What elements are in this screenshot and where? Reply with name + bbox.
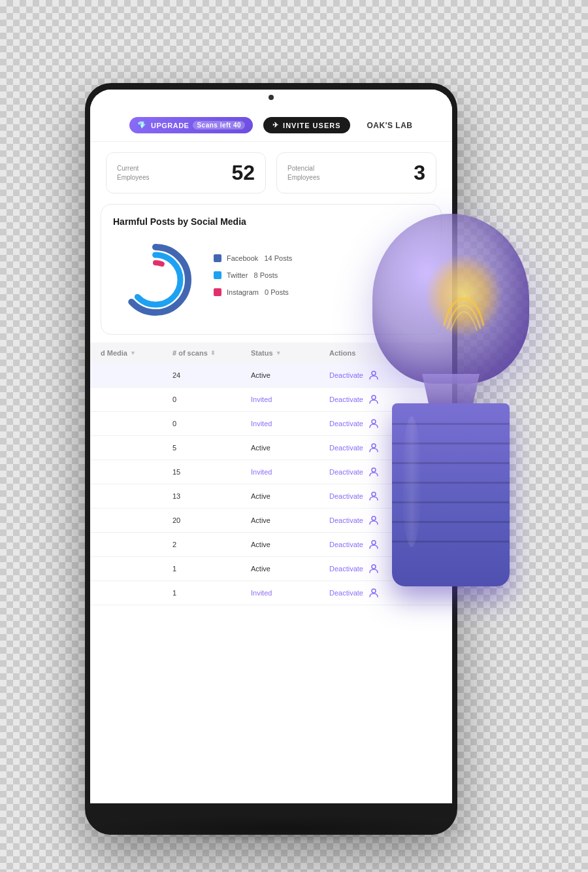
chart-body: Facebook 14 Posts Twitter 8 Posts Instag… [113, 237, 429, 322]
diamond-icon: 💎 [137, 121, 147, 129]
table-row: 24 Active Deactivate [90, 363, 452, 388]
tablet-shadow [78, 815, 483, 841]
deactivate-button-2[interactable]: Deactivate [329, 420, 363, 428]
chart-section: Harmful Posts by Social Media [101, 204, 442, 335]
header-actions: Actions [329, 349, 414, 357]
cell-scans-1: 0 [172, 395, 251, 403]
header-social-media: d Media ▼ [101, 349, 172, 357]
deactivate-button-3[interactable]: Deactivate [329, 444, 363, 452]
cell-scans-0: 24 [172, 371, 251, 379]
deactivate-button-5[interactable]: Deactivate [329, 492, 363, 500]
deactivate-button-1[interactable]: Deactivate [329, 395, 363, 403]
legend-facebook: Facebook 14 Posts [214, 254, 429, 262]
svg-point-5 [372, 420, 376, 424]
svg-point-3 [372, 371, 376, 375]
scene: 💎 UPGRADE Scans left 40 ✈ INVITE USERS O… [65, 44, 523, 828]
current-employees-label: CurrentEmployees [117, 164, 149, 182]
camera-dot [269, 95, 274, 100]
user-icon-8 [368, 563, 379, 574]
twitter-label: Twitter 8 Posts [227, 271, 278, 279]
invite-users-button[interactable]: ✈ INVITE USERS [263, 117, 350, 133]
deactivate-button-4[interactable]: Deactivate [329, 468, 363, 476]
table-row: 20 Active Deactivate [90, 509, 452, 533]
cell-scans-8: 1 [172, 565, 251, 573]
cell-scans-5: 13 [172, 492, 251, 500]
deactivate-button-7[interactable]: Deactivate [329, 541, 363, 548]
chart-legend: Facebook 14 Posts Twitter 8 Posts Instag… [214, 254, 429, 305]
cell-actions-5: Deactivate [329, 491, 414, 501]
donut-svg [113, 237, 198, 322]
cell-status-7: Active [251, 541, 329, 548]
user-icon-0 [368, 370, 379, 380]
cell-actions-3: Deactivate [329, 443, 414, 453]
svg-point-9 [372, 516, 376, 520]
tablet-screen: 💎 UPGRADE Scans left 40 ✈ INVITE USERS O… [90, 90, 452, 828]
user-icon-6 [368, 515, 379, 526]
stats-row: CurrentEmployees 52 PotencialEmployees 3 [90, 142, 452, 204]
user-icon-5 [368, 491, 379, 501]
cell-scans-2: 0 [172, 420, 251, 428]
cell-actions-6: Deactivate [329, 515, 414, 526]
table-row: 15 Invited Deactivate [90, 460, 452, 484]
scans-badge: Scans left 40 [193, 121, 245, 129]
cell-actions-7: Deactivate [329, 539, 414, 550]
facebook-label: Facebook 14 Posts [227, 254, 292, 262]
instagram-dot [214, 288, 221, 296]
legend-twitter: Twitter 8 Posts [214, 271, 429, 279]
instagram-label: Instagram 0 Posts [227, 288, 289, 296]
twitter-dot [214, 271, 221, 279]
table-section: d Media ▼ # of scans ⬍ Status ▼ Action [90, 343, 452, 803]
deactivate-button-9[interactable]: Deactivate [329, 589, 363, 597]
svg-point-4 [372, 395, 376, 399]
user-icon-4 [368, 467, 379, 477]
table-row: 5 Active Deactivate [90, 436, 452, 460]
user-icon-7 [368, 539, 379, 550]
deactivate-button-8[interactable]: Deactivate [329, 565, 363, 573]
cell-status-6: Active [251, 516, 329, 524]
cell-actions-1: Deactivate [329, 394, 414, 405]
cell-status-5: Active [251, 492, 329, 500]
table-header: d Media ▼ # of scans ⬍ Status ▼ Action [90, 343, 452, 363]
cell-actions-4: Deactivate [329, 467, 414, 477]
cell-status-4: Invited [251, 468, 329, 476]
table-body: 24 Active Deactivate 0 Invited Deactivat… [90, 363, 452, 605]
cell-actions-2: Deactivate [329, 418, 414, 429]
svg-point-11 [372, 565, 376, 569]
svg-point-12 [372, 589, 376, 593]
table-row: 1 Invited Deactivate [90, 581, 452, 605]
svg-point-6 [372, 444, 376, 448]
cell-scans-9: 1 [172, 589, 251, 597]
potential-employees-card: PotencialEmployees 3 [276, 152, 436, 193]
cell-status-2: Invited [251, 420, 329, 428]
table-row: 0 Invited Deactivate [90, 388, 452, 412]
cell-status-0: Active [251, 371, 329, 379]
legend-instagram: Instagram 0 Posts [214, 288, 429, 296]
user-icon-2 [368, 418, 379, 429]
cell-scans-4: 15 [172, 468, 251, 476]
tablet-device: 💎 UPGRADE Scans left 40 ✈ INVITE USERS O… [85, 83, 457, 835]
deactivate-button-6[interactable]: Deactivate [329, 516, 363, 524]
current-employees-card: CurrentEmployees 52 [106, 152, 266, 193]
user-icon-9 [368, 588, 379, 598]
header-status: Status ▼ [251, 349, 329, 357]
sort-icon-media: ▼ [130, 350, 136, 356]
potential-employees-label: PotencialEmployees [287, 164, 319, 182]
sort-icon-status: ▼ [276, 350, 282, 356]
cell-scans-3: 5 [172, 444, 251, 452]
svg-point-7 [372, 468, 376, 472]
svg-point-2 [139, 263, 172, 297]
cell-status-3: Active [251, 444, 329, 452]
svg-point-8 [372, 492, 376, 496]
deactivate-button-0[interactable]: Deactivate [329, 371, 363, 379]
cell-status-1: Invited [251, 395, 329, 403]
upgrade-button[interactable]: 💎 UPGRADE Scans left 40 [129, 117, 253, 133]
cell-actions-8: Deactivate [329, 563, 414, 574]
current-employees-value: 52 [231, 161, 255, 185]
potential-employees-value: 3 [414, 161, 425, 185]
user-icon-1 [368, 394, 379, 405]
donut-chart [113, 237, 198, 322]
table-row: 13 Active Deactivate [90, 484, 452, 509]
table-row: 1 Active Deactivate [90, 557, 452, 581]
sort-icon-scans: ⬍ [210, 350, 216, 356]
invite-label: INVITE USERS [283, 122, 340, 129]
